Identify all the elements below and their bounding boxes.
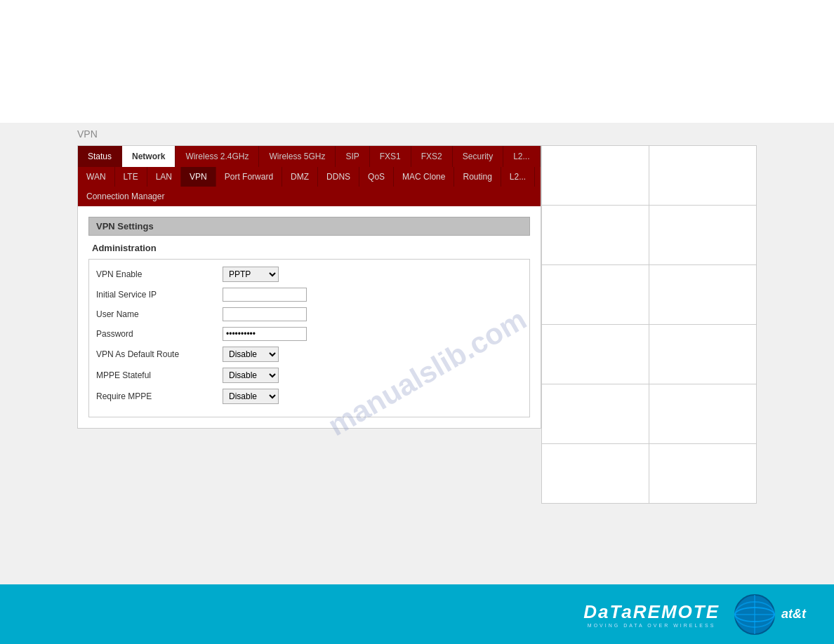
grid-cell-5: [542, 265, 649, 325]
input-username[interactable]: [223, 307, 307, 321]
settings-table: VPN Enable PPTP L2TP Disable: [88, 259, 530, 417]
grid-cell-7: [542, 325, 649, 384]
sub-item-wan[interactable]: WAN: [78, 167, 115, 187]
input-service-ip[interactable]: [223, 288, 307, 302]
vpn-section-label: VPN: [0, 123, 834, 145]
vpn-settings-area: VPN Settings Administration VPN Enable: [78, 206, 541, 428]
form-row-username: User Name: [96, 307, 522, 321]
att-logo-area: at&t: [734, 593, 806, 636]
att-globe-icon: [734, 593, 776, 636]
control-service-ip[interactable]: [223, 288, 307, 302]
nav-item-network[interactable]: Network: [122, 146, 176, 167]
label-username: User Name: [96, 309, 223, 319]
right-grid: [541, 145, 757, 504]
control-vpn-enable[interactable]: PPTP L2TP Disable: [223, 267, 279, 282]
nav-item-status[interactable]: Status: [78, 146, 122, 167]
form-row-require-mppe: Require MPPE Disable Enable: [96, 389, 522, 404]
dataremote-tagline: MOVING DATA OVER WIRELESS: [588, 623, 715, 628]
sub-item-dmz[interactable]: DMZ: [282, 167, 318, 187]
main-content: Status Network Wireless 2.4GHz Wireless …: [0, 145, 834, 504]
grid-cell-4: [649, 206, 757, 265]
top-nav: Status Network Wireless 2.4GHz Wireless …: [78, 146, 541, 167]
select-require-mppe[interactable]: Disable Enable: [223, 389, 279, 404]
dataremote-brand: DaTaREMOTE MOVING DATA OVER WIRELESS: [583, 601, 720, 628]
label-vpn-enable: VPN Enable: [96, 269, 223, 279]
grid-cell-2: [649, 146, 757, 206]
label-require-mppe: Require MPPE: [96, 391, 223, 401]
nav-item-fxs2[interactable]: FXS2: [411, 146, 453, 167]
input-password[interactable]: [223, 327, 307, 341]
nav-item-fxs1[interactable]: FXS1: [370, 146, 411, 167]
vpn-settings-header: VPN Settings: [88, 217, 530, 236]
sub-item-macclone[interactable]: MAC Clone: [394, 167, 454, 187]
dataremote-logo-text: DaTaREMOTE: [583, 601, 720, 623]
grid-cell-11: [542, 444, 649, 504]
grid-cell-3: [542, 206, 649, 265]
select-vpn-enable[interactable]: PPTP L2TP Disable: [223, 267, 279, 282]
grid-cell-12: [649, 444, 757, 504]
administration-label: Administration: [88, 243, 530, 253]
vpn-text: VPN: [77, 128, 98, 140]
form-row-service-ip: Initial Service IP: [96, 288, 522, 302]
sub-item-vpn[interactable]: VPN: [181, 167, 216, 187]
control-mppe-stateful[interactable]: Disable Enable: [223, 368, 279, 383]
control-default-route[interactable]: Disable Enable: [223, 347, 279, 362]
sub-nav: WAN LTE LAN VPN Port Forward: [78, 167, 541, 187]
router-panel: Status Network Wireless 2.4GHz Wireless …: [77, 145, 541, 429]
top-area: [0, 0, 834, 123]
sub-item-portforward[interactable]: Port Forward: [216, 167, 282, 187]
label-service-ip: Initial Service IP: [96, 290, 223, 300]
sub-item-ddns[interactable]: DDNS: [318, 167, 359, 187]
page-wrapper: VPN Status Network Wireless 2.4G: [0, 0, 834, 644]
sub-item-lte[interactable]: LTE: [115, 167, 147, 187]
grid-cell-6: [649, 265, 757, 325]
connection-manager-item[interactable]: Connection Manager: [78, 187, 541, 206]
att-brand-text: at&t: [781, 607, 806, 622]
select-default-route[interactable]: Disable Enable: [223, 347, 279, 362]
sub-item-l2[interactable]: L2...: [501, 167, 535, 187]
form-row-mppe-stateful: MPPE Stateful Disable Enable: [96, 368, 522, 383]
grid-cell-8: [649, 325, 757, 384]
control-require-mppe[interactable]: Disable Enable: [223, 389, 279, 404]
control-password[interactable]: [223, 327, 307, 341]
router-outer: Status Network Wireless 2.4GHz Wireless …: [77, 145, 541, 504]
select-mppe-stateful[interactable]: Disable Enable: [223, 368, 279, 383]
grid-cell-1: [542, 146, 649, 206]
sub-item-routing[interactable]: Routing: [454, 167, 501, 187]
form-row-password: Password: [96, 327, 522, 341]
form-row-vpn-enable: VPN Enable PPTP L2TP Disable: [96, 267, 522, 282]
sub-item-qos[interactable]: QoS: [359, 167, 394, 187]
footer: DaTaREMOTE MOVING DATA OVER WIRELESS at&…: [0, 584, 834, 644]
nav-item-wireless24[interactable]: Wireless 2.4GHz: [176, 146, 259, 167]
nav-item-sip[interactable]: SIP: [336, 146, 369, 167]
label-password: Password: [96, 329, 223, 339]
form-row-default-route: VPN As Default Route Disable Enable: [96, 347, 522, 362]
grid-cell-10: [649, 384, 757, 444]
nav-item-l2[interactable]: L2...: [503, 146, 540, 167]
sub-item-lan[interactable]: LAN: [147, 167, 181, 187]
nav-item-wireless5[interactable]: Wireless 5GHz: [259, 146, 336, 167]
label-default-route: VPN As Default Route: [96, 349, 223, 359]
label-mppe-stateful: MPPE Stateful: [96, 370, 223, 380]
control-username[interactable]: [223, 307, 307, 321]
nav-item-security[interactable]: Security: [453, 146, 503, 167]
grid-cell-9: [542, 384, 649, 444]
content-wrapper: VPN Status Network Wireless 2.4G: [0, 123, 834, 584]
